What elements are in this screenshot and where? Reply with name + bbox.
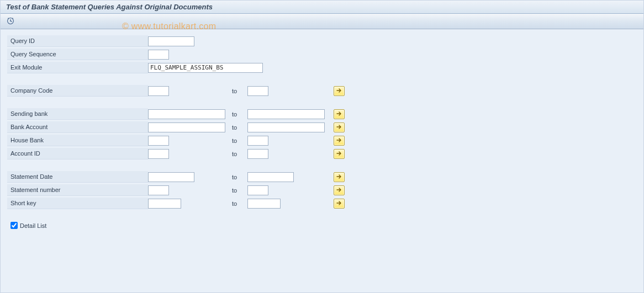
input-statement-number-from[interactable] xyxy=(148,185,169,195)
input-statement-date-to[interactable] xyxy=(247,172,294,182)
row-short-key: Short key to xyxy=(7,197,637,210)
arrow-right-icon xyxy=(336,151,342,157)
page-title: Test of Bank Statement Queries Against O… xyxy=(6,3,213,11)
row-statement-number: Statement number to xyxy=(7,184,637,196)
selection-screen: © www.tutorialkart.com Query ID Query Se… xyxy=(1,29,643,292)
input-account-id-from[interactable] xyxy=(148,149,169,159)
btn-house-bank-multi[interactable] xyxy=(334,136,345,146)
row-query-sequence: Query Sequence xyxy=(7,48,637,61)
row-bank-account: Bank Account to xyxy=(7,121,637,134)
btn-bank-account-multi[interactable] xyxy=(334,122,345,132)
input-exit-module[interactable] xyxy=(148,63,263,73)
input-account-id-to[interactable] xyxy=(247,149,268,159)
row-query-id: Query ID xyxy=(7,35,637,47)
label-sending-bank: Sending bank xyxy=(7,108,148,120)
btn-short-key-multi[interactable] xyxy=(334,199,345,209)
row-company-code: Company Code to xyxy=(7,84,637,97)
input-statement-number-to[interactable] xyxy=(247,185,268,195)
input-house-bank-to[interactable] xyxy=(247,136,268,146)
input-query-sequence[interactable] xyxy=(148,50,169,60)
row-detail-list: Detail List xyxy=(7,222,637,229)
row-house-bank: House Bank to xyxy=(7,134,637,147)
row-account-id: Account ID to xyxy=(7,147,637,160)
label-company-code: Company Code xyxy=(7,85,148,97)
input-company-code-from[interactable] xyxy=(148,86,169,96)
btn-statement-number-multi[interactable] xyxy=(334,185,345,195)
label-to-company-code: to xyxy=(231,88,247,94)
title-bar: Test of Bank Statement Queries Against O… xyxy=(1,1,643,14)
label-statement-number: Statement number xyxy=(7,184,148,196)
input-short-key-from[interactable] xyxy=(148,199,181,209)
input-sending-bank-from[interactable] xyxy=(148,109,225,119)
row-statement-date: Statement Date to xyxy=(7,171,637,183)
label-to-account-id: to xyxy=(231,151,247,157)
btn-company-code-multi[interactable] xyxy=(334,86,345,96)
input-statement-date-from[interactable] xyxy=(148,172,194,182)
label-to-statement-number: to xyxy=(231,187,247,194)
input-bank-account-to[interactable] xyxy=(247,122,325,132)
row-sending-bank: Sending bank to xyxy=(7,108,637,120)
input-sending-bank-to[interactable] xyxy=(247,109,325,119)
label-account-id: Account ID xyxy=(7,148,148,159)
label-query-id: Query ID xyxy=(7,35,148,47)
arrow-right-icon xyxy=(336,88,342,94)
row-exit-module: Exit Module xyxy=(7,61,637,74)
label-exit-module: Exit Module xyxy=(7,62,148,73)
svg-point-3 xyxy=(10,20,11,22)
label-to-statement-date: to xyxy=(231,174,247,180)
arrow-right-icon xyxy=(336,124,342,131)
btn-statement-date-multi[interactable] xyxy=(334,172,345,182)
label-short-key: Short key xyxy=(7,198,148,209)
label-to-short-key: to xyxy=(231,200,247,207)
arrow-right-icon xyxy=(336,187,342,194)
label-house-bank: House Bank xyxy=(7,135,148,146)
label-statement-date: Statement Date xyxy=(7,171,148,183)
label-to-sending-bank: to xyxy=(231,111,247,118)
input-bank-account-from[interactable] xyxy=(148,122,225,132)
input-house-bank-from[interactable] xyxy=(148,136,169,146)
clock-execute-icon xyxy=(7,17,14,26)
label-detail-list: Detail List xyxy=(20,222,46,229)
input-query-id[interactable] xyxy=(148,36,194,46)
input-company-code-to[interactable] xyxy=(247,86,268,96)
label-bank-account: Bank Account xyxy=(7,121,148,133)
input-short-key-to[interactable] xyxy=(247,199,281,209)
execute-button[interactable] xyxy=(5,16,16,27)
application-toolbar xyxy=(1,14,643,29)
arrow-right-icon xyxy=(336,174,342,180)
arrow-right-icon xyxy=(336,200,342,207)
arrow-right-icon xyxy=(336,137,342,144)
arrow-right-icon xyxy=(336,111,342,118)
label-query-sequence: Query Sequence xyxy=(7,49,148,60)
btn-account-id-multi[interactable] xyxy=(334,149,345,159)
label-to-house-bank: to xyxy=(231,137,247,144)
checkbox-detail-list[interactable] xyxy=(10,222,18,229)
label-to-bank-account: to xyxy=(231,124,247,131)
btn-sending-bank-multi[interactable] xyxy=(334,109,345,119)
